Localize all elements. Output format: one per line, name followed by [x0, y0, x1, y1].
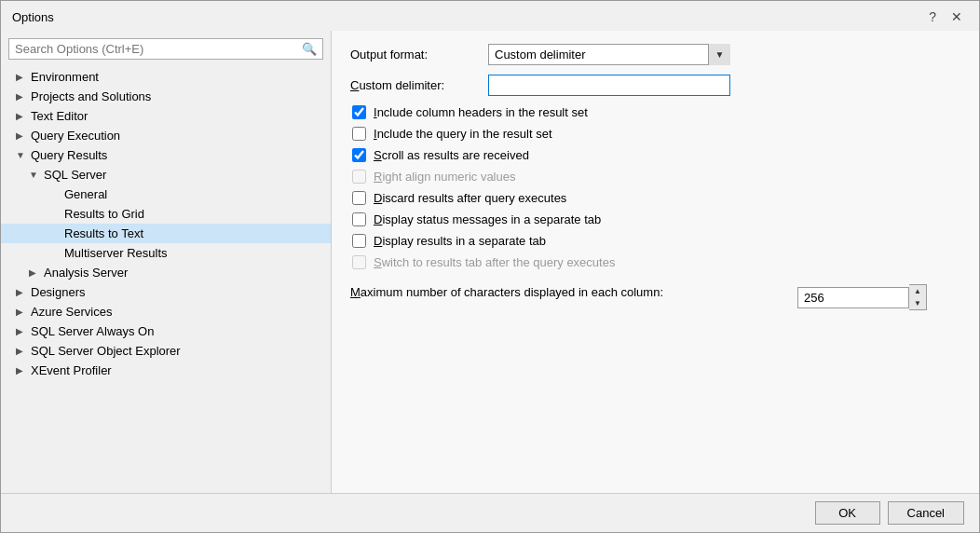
custom-delimiter-label-text: Custom delimiter: [350, 78, 444, 92]
checkbox-row-discard-results: Discard results after query executes [350, 191, 960, 205]
ok-button[interactable]: OK [815, 501, 880, 525]
checkbox-label-switch-results-tab: Switch to results tab after the query ex… [374, 255, 615, 269]
title-bar: Options ? ✕ [1, 1, 979, 31]
tree-item-sql-server-object-explorer[interactable]: ▶SQL Server Object Explorer [1, 341, 331, 361]
output-format-dropdown-container: Custom delimiterTab delimitedComma delim… [488, 44, 730, 65]
tree-arrow-xevent-profiler: ▶ [16, 365, 27, 376]
checkbox-row-right-align: Right align numeric values [350, 170, 960, 184]
tree-item-results-to-grid[interactable]: Results to Grid [1, 204, 331, 224]
tree-arrow-environment: ▶ [16, 72, 27, 82]
search-box: 🔍 [8, 38, 323, 60]
tree-label-designers: Designers [31, 285, 86, 299]
tree-label-text-editor: Text Editor [31, 109, 88, 123]
checkbox-label-right-align: Right align numeric values [374, 170, 515, 184]
tree-item-xevent-profiler[interactable]: ▶XEvent Profiler [1, 361, 331, 380]
checkbox-include-col-headers[interactable] [352, 105, 366, 119]
tree-arrow-query-results: ▼ [16, 150, 27, 160]
tree-item-projects-solutions[interactable]: ▶Projects and Solutions [1, 87, 331, 106]
max-chars-label: Maximum number of characters displayed i… [350, 284, 779, 301]
checkbox-scroll-results[interactable] [352, 148, 366, 162]
options-dialog: Options ? ✕ 🔍 ▶Environment▶Projects and … [0, 0, 980, 533]
tree-label-query-execution: Query Execution [31, 129, 120, 143]
tree-label-environment: Environment [31, 70, 99, 84]
search-icon: 🔍 [302, 42, 317, 56]
checkbox-label-display-status: Display status messages in a separate ta… [374, 212, 601, 226]
output-format-dropdown[interactable]: Custom delimiterTab delimitedComma delim… [488, 44, 730, 65]
tree-item-query-execution[interactable]: ▶Query Execution [1, 126, 331, 145]
tree-label-azure-services: Azure Services [31, 305, 112, 319]
checkbox-row-switch-results-tab: Switch to results tab after the query ex… [350, 255, 960, 269]
tree-arrow-sql-server-object-explorer: ▶ [16, 346, 27, 356]
tree-arrow-query-execution: ▶ [16, 130, 27, 141]
tree-item-designers[interactable]: ▶Designers [1, 282, 331, 302]
checkbox-include-query[interactable] [352, 127, 366, 141]
cancel-button[interactable]: Cancel [888, 501, 964, 525]
checkbox-label-discard-results: Discard results after query executes [374, 191, 566, 205]
tree-item-analysis-server[interactable]: ▶Analysis Server [1, 263, 331, 282]
checkbox-row-include-query: Include the query in the result set [350, 127, 960, 141]
tree-label-results-to-text: Results to Text [64, 226, 143, 240]
tree-label-xevent-profiler: XEvent Profiler [31, 363, 112, 377]
tree-item-sql-server-always-on[interactable]: ▶SQL Server Always On [1, 321, 331, 341]
tree-item-multiserver-results[interactable]: Multiserver Results [1, 243, 331, 263]
tree-label-multiserver-results: Multiserver Results [64, 246, 168, 260]
tree-item-general[interactable]: General [1, 184, 331, 204]
checkbox-label-include-query: Include the query in the result set [374, 127, 552, 141]
max-chars-input[interactable] [797, 287, 909, 308]
custom-delimiter-label: Custom delimiter: [350, 78, 481, 92]
tree-item-environment[interactable]: ▶Environment [1, 67, 331, 87]
tree-item-azure-services[interactable]: ▶Azure Services [1, 302, 331, 321]
checkbox-label-scroll-results: Scroll as results are received [374, 148, 529, 162]
tree-arrow-sql-server-always-on: ▶ [16, 326, 27, 336]
checkbox-right-align [352, 170, 366, 184]
tree-label-sql-server: SQL Server [44, 168, 106, 182]
checkbox-display-results-tab[interactable] [352, 234, 366, 248]
checkbox-switch-results-tab [352, 255, 366, 269]
tree-label-analysis-server: Analysis Server [44, 266, 128, 280]
search-input[interactable] [15, 42, 302, 56]
spinbox-up-button[interactable]: ▲ [909, 285, 926, 297]
close-button[interactable]: ✕ [946, 8, 968, 25]
tree-item-query-results[interactable]: ▼Query Results [1, 145, 331, 165]
tree-arrow-text-editor: ▶ [16, 111, 27, 121]
tree-item-text-editor[interactable]: ▶Text Editor [1, 106, 331, 126]
help-button[interactable]: ? [923, 8, 942, 25]
spinbox-down-button[interactable]: ▼ [909, 297, 926, 309]
tree-label-results-to-grid: Results to Grid [64, 207, 144, 221]
tree-arrow-projects-solutions: ▶ [16, 91, 27, 102]
checkbox-row-display-results-tab: Display results in a separate tab [350, 234, 960, 248]
custom-delimiter-input[interactable] [488, 75, 730, 96]
tree-item-results-to-text[interactable]: Results to Text [1, 224, 331, 243]
checkboxes-container: Include column headers in the result set… [350, 105, 960, 277]
spinbox-buttons: ▲ ▼ [909, 284, 927, 310]
checkbox-display-status[interactable] [352, 212, 366, 226]
tree-label-query-results: Query Results [31, 148, 107, 162]
dialog-title: Options [12, 10, 54, 24]
checkbox-row-scroll-results: Scroll as results are received [350, 148, 960, 162]
tree-label-sql-server-always-on: SQL Server Always On [31, 324, 154, 338]
dialog-footer: OK Cancel [1, 493, 979, 532]
tree-arrow-sql-server: ▼ [29, 170, 40, 180]
tree-label-general: General [64, 187, 107, 201]
tree-item-sql-server[interactable]: ▼SQL Server [1, 165, 331, 184]
tree-arrow-designers: ▶ [16, 287, 27, 297]
checkbox-discard-results[interactable] [352, 191, 366, 205]
checkbox-label-include-col-headers: Include column headers in the result set [374, 105, 588, 119]
tree-label-projects-solutions: Projects and Solutions [31, 89, 151, 103]
left-panel: 🔍 ▶Environment▶Projects and Solutions▶Te… [1, 31, 332, 493]
checkbox-row-include-col-headers: Include column headers in the result set [350, 105, 960, 119]
options-tree: ▶Environment▶Projects and Solutions▶Text… [1, 65, 331, 493]
tree-arrow-analysis-server: ▶ [29, 267, 40, 278]
dialog-body: 🔍 ▶Environment▶Projects and Solutions▶Te… [1, 31, 979, 493]
output-format-row: Output format: Custom delimiterTab delim… [350, 44, 960, 65]
max-chars-row: Maximum number of characters displayed i… [350, 284, 960, 310]
tree-label-sql-server-object-explorer: SQL Server Object Explorer [31, 344, 181, 358]
right-panel: Output format: Custom delimiterTab delim… [332, 31, 979, 493]
checkbox-row-display-status: Display status messages in a separate ta… [350, 212, 960, 226]
tree-arrow-azure-services: ▶ [16, 307, 27, 317]
title-bar-controls: ? ✕ [923, 8, 968, 25]
output-format-label: Output format: [350, 48, 481, 62]
checkbox-label-display-results-tab: Display results in a separate tab [374, 234, 546, 248]
custom-delimiter-row: Custom delimiter: [350, 75, 960, 96]
spinbox-container: ▲ ▼ [797, 284, 927, 310]
